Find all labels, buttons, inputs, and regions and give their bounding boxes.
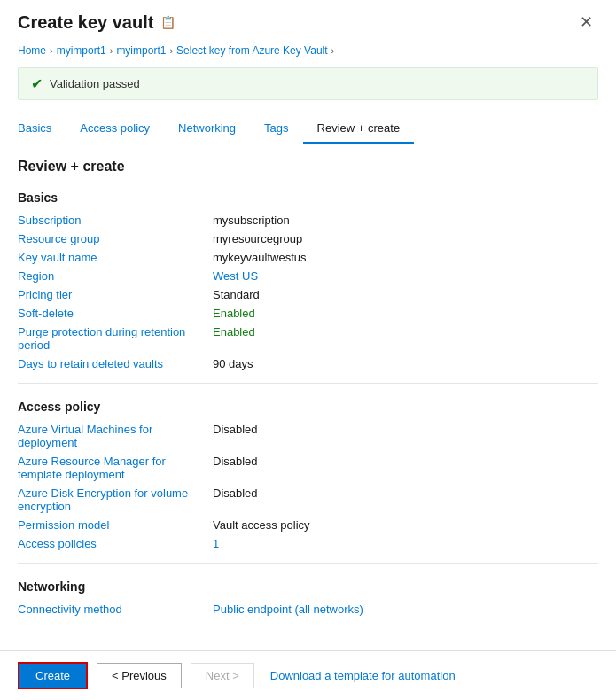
field-region: Region West US [18,269,598,283]
field-days-retain: Days to retain deleted vaults 90 days [18,357,598,370]
field-subscription: Subscription mysubscription [18,214,598,227]
previous-button[interactable]: < Previous [97,663,182,688]
copy-icon[interactable]: 📋 [160,15,175,29]
access-policy-heading: Access policy [18,400,598,414]
create-key-vault-panel: Create key vault 📋 ✕ Home › myimport1 › … [0,0,616,700]
field-key-vault-name: Key vault name mykeyvaultwestus [18,251,598,264]
label-disk-encryption: Azure Disk Encryption for volume encrypt… [18,486,213,513]
tab-networking[interactable]: Networking [164,114,250,144]
label-region: Region [18,269,213,283]
value-region: West US [213,269,598,283]
field-pricing-tier: Pricing tier Standard [18,288,598,301]
value-vm-deployment: Disabled [213,423,598,436]
value-permission-model: Vault access policy [213,518,598,532]
label-days-retain: Days to retain deleted vaults [18,357,213,370]
value-resource-group: myresourcegroup [213,232,598,245]
create-button[interactable]: Create [18,662,88,689]
field-arm-deployment: Azure Resource Manager for template depl… [18,455,598,481]
field-vm-deployment: Azure Virtual Machines for deployment Di… [18,423,598,449]
next-button[interactable]: Next > [191,663,254,688]
breadcrumb-chevron-1: › [50,45,53,56]
label-connectivity: Connectivity method [18,603,213,616]
label-subscription: Subscription [18,214,213,227]
breadcrumb-select-key[interactable]: Select key from Azure Key Vault [176,44,328,57]
value-soft-delete: Enabled [213,307,598,320]
label-resource-group: Resource group [18,232,213,245]
field-permission-model: Permission model Vault access policy [18,518,598,532]
value-key-vault-name: mykeyvaultwestus [213,251,598,264]
value-purge-protection: Enabled [213,325,598,338]
networking-heading: Networking [18,579,598,594]
field-resource-group: Resource group myresourcegroup [18,232,598,245]
breadcrumb-myimport1-1[interactable]: myimport1 [57,44,106,57]
content-area: Review + create Basics Subscription mysu… [0,144,616,650]
basics-heading: Basics [18,191,598,205]
title-row: Create key vault 📋 [18,12,175,33]
field-soft-delete: Soft-delete Enabled [18,307,598,320]
label-key-vault-name: Key vault name [18,251,213,264]
label-arm-deployment: Azure Resource Manager for template depl… [18,455,213,481]
label-permission-model: Permission model [18,518,213,532]
panel-title: Create key vault [18,12,153,33]
label-purge-protection: Purge protection during retention period [18,325,213,352]
tabs-bar: Basics Access policy Networking Tags Rev… [0,114,616,144]
value-subscription: mysubscription [213,214,598,227]
breadcrumb-home[interactable]: Home [18,44,46,57]
label-access-policies: Access policies [18,537,213,550]
breadcrumb-chevron-2: › [110,45,113,56]
panel-header: Create key vault 📋 ✕ [0,0,616,41]
value-access-policies: 1 [213,537,598,550]
value-arm-deployment: Disabled [213,455,598,468]
divider-2 [18,563,598,564]
page-section-title: Review + create [18,159,598,175]
breadcrumb-chevron-4: › [331,45,335,56]
tab-review-create[interactable]: Review + create [303,114,415,144]
validation-message: Validation passed [50,77,140,90]
value-days-retain: 90 days [213,357,598,370]
field-access-policies: Access policies 1 [18,537,598,550]
label-soft-delete: Soft-delete [18,307,213,320]
tab-access-policy[interactable]: Access policy [66,114,164,144]
tab-basics[interactable]: Basics [18,114,66,144]
breadcrumb: Home › myimport1 › myimport1 › Select ke… [0,41,616,57]
validation-check-icon: ✔ [31,75,43,92]
breadcrumb-chevron-3: › [169,45,173,56]
download-template-button[interactable]: Download a template for automation [270,669,456,682]
tab-tags[interactable]: Tags [250,114,302,144]
field-disk-encryption: Azure Disk Encryption for volume encrypt… [18,486,598,513]
field-connectivity: Connectivity method Public endpoint (all… [18,603,598,616]
label-pricing-tier: Pricing tier [18,288,213,301]
divider-1 [18,383,598,384]
label-vm-deployment: Azure Virtual Machines for deployment [18,423,213,449]
footer: Create < Previous Next > Download a temp… [0,650,616,700]
field-purge-protection: Purge protection during retention period… [18,325,598,352]
breadcrumb-myimport1-2[interactable]: myimport1 [116,44,166,57]
validation-banner: ✔ Validation passed [18,67,598,100]
value-disk-encryption: Disabled [213,486,598,500]
value-pricing-tier: Standard [213,288,598,301]
close-button[interactable]: ✕ [574,11,598,34]
value-connectivity: Public endpoint (all networks) [213,603,598,616]
